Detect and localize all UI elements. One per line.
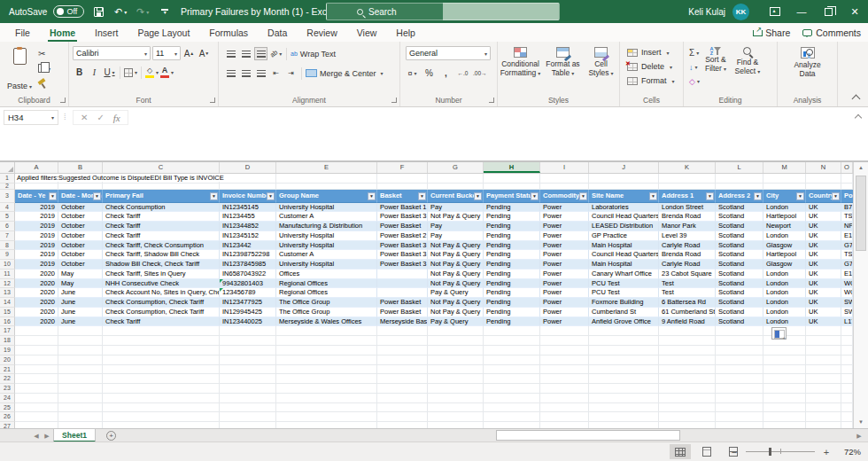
table-cell[interactable]: Scotland [716, 222, 763, 231]
column-filter-button[interactable]: ▼ [49, 192, 57, 200]
column-filter-button[interactable]: ▼ [796, 192, 804, 200]
table-header-cell[interactable]: Date - Month▼ [58, 190, 103, 203]
table-cell[interactable]: UK [806, 279, 841, 289]
table-cell[interactable]: Not Pay & Query [428, 241, 484, 251]
column-header-b[interactable]: B [58, 162, 103, 173]
cell[interactable] [806, 365, 841, 375]
comments-button[interactable]: Comments [802, 27, 861, 38]
cell[interactable] [540, 174, 589, 184]
name-box[interactable]: H34▾ [4, 110, 58, 125]
row-header[interactable]: 3 [0, 190, 15, 203]
table-cell[interactable] [377, 270, 428, 279]
cell[interactable] [659, 326, 716, 336]
table-cell[interactable]: Laboratories [589, 203, 659, 213]
cell[interactable] [58, 184, 103, 190]
table-cell[interactable]: October [58, 222, 103, 231]
cell[interactable] [659, 336, 716, 346]
cell[interactable] [589, 422, 659, 428]
row-header[interactable]: 4 [0, 203, 15, 213]
cell[interactable] [428, 365, 484, 375]
table-cell[interactable]: Not Pay & Query [428, 250, 484, 260]
cell[interactable] [428, 356, 484, 365]
row-header[interactable]: 8 [0, 241, 15, 251]
table-cell[interactable]: Main Hospital [589, 241, 659, 251]
table-cell[interactable]: 99432801403 [220, 279, 276, 289]
table-cell[interactable]: Scotland [716, 250, 763, 260]
table-cell[interactable]: 2020 [15, 317, 58, 327]
cell[interactable] [540, 184, 589, 190]
cell[interactable] [428, 412, 484, 422]
table-cell[interactable]: Power [540, 317, 589, 327]
table-cell[interactable]: Power [540, 212, 589, 222]
cell[interactable] [220, 384, 276, 394]
table-cell[interactable]: Power [540, 298, 589, 308]
cell[interactable] [276, 374, 377, 384]
cell[interactable] [540, 365, 589, 375]
table-cell[interactable]: Pending [484, 308, 540, 317]
undo-button[interactable]: ↶▾ [112, 4, 128, 20]
table-cell[interactable]: Glasgow [763, 260, 806, 270]
column-filter-button[interactable]: ▼ [267, 192, 275, 200]
table-cell[interactable]: Power Basket [377, 222, 428, 231]
table-cell[interactable]: Not Pay & Query [428, 279, 484, 289]
cell[interactable] [484, 374, 540, 384]
table-cell[interactable]: 2020 [15, 270, 58, 279]
insert-options-button[interactable] [771, 327, 787, 340]
cell[interactable] [15, 374, 58, 384]
cell[interactable] [428, 394, 484, 403]
cell[interactable] [428, 184, 484, 190]
table-cell[interactable]: Pending [484, 250, 540, 260]
zoom-slider[interactable] [746, 451, 815, 453]
row-header[interactable]: 27 [0, 422, 15, 428]
table-cell[interactable]: LEASED Distribution [589, 222, 659, 231]
cell[interactable] [103, 184, 220, 190]
cell[interactable] [103, 412, 220, 422]
table-cell[interactable]: Check Consumption [103, 203, 220, 213]
row-header[interactable]: 9 [0, 250, 15, 260]
table-cell[interactable]: Power [540, 260, 589, 270]
table-cell[interactable]: University Hospital [276, 260, 377, 270]
ribbon-tab-data[interactable]: Data [258, 23, 297, 42]
top-align-button[interactable] [224, 47, 237, 60]
table-cell[interactable]: UK [806, 308, 841, 317]
table-cell[interactable]: PCU Test [589, 279, 659, 289]
zoom-in-button[interactable]: + [822, 447, 831, 457]
conditional-formatting-button[interactable]: Conditional Formatting▾ [500, 42, 542, 93]
cell[interactable] [540, 374, 589, 384]
cell[interactable] [659, 384, 716, 394]
cell[interactable] [58, 365, 103, 375]
cell[interactable] [428, 403, 484, 413]
table-cell[interactable]: UK [806, 203, 841, 213]
cell[interactable] [806, 336, 841, 346]
new-sheet-button[interactable]: + [106, 431, 116, 441]
table-cell[interactable]: Scotland [716, 203, 763, 213]
cell[interactable] [15, 346, 58, 356]
cell[interactable] [589, 365, 659, 375]
zoom-level[interactable]: 72% [838, 447, 861, 457]
cell[interactable] [220, 326, 276, 336]
cell[interactable] [716, 412, 763, 422]
fill-color-button[interactable]: ◇▾ [145, 66, 159, 79]
table-cell[interactable]: Power [540, 270, 589, 279]
table-cell[interactable]: 2019 [15, 222, 58, 231]
table-cell[interactable]: Hartlepool [763, 212, 806, 222]
search-input[interactable]: Search [326, 3, 560, 20]
column-header-l[interactable]: L [716, 162, 763, 173]
table-cell[interactable]: Check Tariff [103, 231, 220, 241]
vertical-scrollbar-thumb[interactable] [856, 176, 866, 251]
collapse-formula-bar-button[interactable] [855, 114, 862, 121]
table-cell[interactable]: Pending [484, 270, 540, 279]
clear-button[interactable]: ◇▾ [689, 74, 700, 88]
cell[interactable] [276, 336, 377, 346]
cell[interactable] [589, 336, 659, 346]
cell[interactable] [806, 356, 841, 365]
table-cell[interactable]: 123456789 [220, 288, 276, 298]
table-cell[interactable]: GP Practice [589, 231, 659, 241]
table-cell[interactable]: 2019 [15, 212, 58, 222]
column-header-h[interactable]: H [484, 162, 540, 173]
cell[interactable] [806, 326, 841, 336]
cell[interactable] [15, 394, 58, 403]
align-center-button[interactable] [239, 66, 252, 80]
zoom-slider-thumb[interactable] [769, 448, 772, 457]
cell[interactable] [276, 422, 377, 428]
